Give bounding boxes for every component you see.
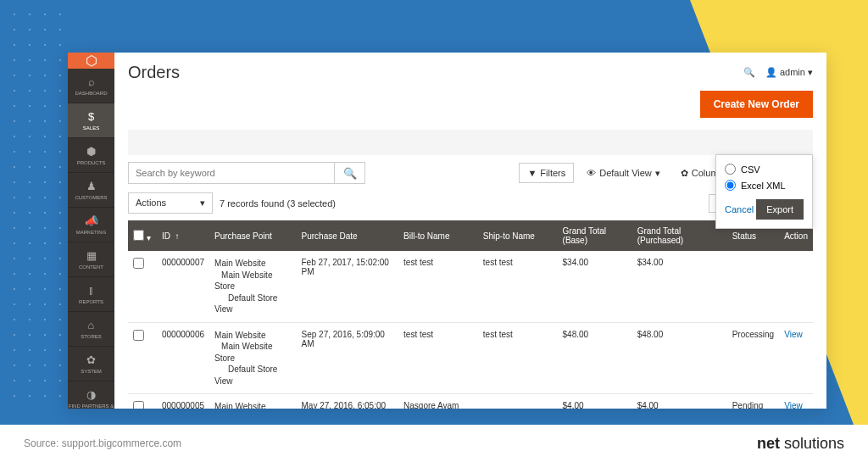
search-button[interactable]: 🔍 bbox=[334, 163, 364, 183]
search-icon[interactable]: 🔍 bbox=[743, 67, 755, 78]
cell-purchased: $4.00 bbox=[632, 394, 727, 409]
cell-ship: test test bbox=[478, 322, 558, 394]
user-menu[interactable]: 👤 admin ▾ bbox=[765, 67, 813, 78]
select-all-checkbox[interactable] bbox=[133, 230, 144, 241]
cell-bill: Nasgore Ayam bbox=[398, 394, 478, 409]
cell-base: $34.00 bbox=[558, 251, 632, 322]
default-view-button[interactable]: 👁Default View ▾ bbox=[579, 164, 668, 183]
nav-icon: 📣 bbox=[68, 214, 114, 227]
cell-purchase-point: Main WebsiteMain Website StoreDefault St… bbox=[209, 251, 296, 322]
sidebar: ⬡ ⌕DASHBOARD$SALES⬢PRODUCTS♟CUSTOMERS📣MA… bbox=[68, 53, 114, 409]
nav-icon: ▦ bbox=[68, 249, 114, 262]
sidebar-item-customers[interactable]: ♟CUSTOMERS bbox=[68, 173, 114, 208]
view-link[interactable]: View bbox=[784, 330, 803, 339]
table-row: 000000006Main WebsiteMain Website StoreD… bbox=[128, 322, 813, 394]
cell-base: $4.00 bbox=[558, 394, 632, 409]
nav-icon: ⌕ bbox=[68, 75, 114, 88]
footer: Source: support.bigcommerce.com net solu… bbox=[0, 425, 868, 462]
cell-action: View bbox=[779, 322, 813, 394]
source-label: Source: support.bigcommerce.com bbox=[24, 437, 181, 449]
cell-purchased: $34.00 bbox=[632, 251, 727, 322]
export-submit[interactable]: Export bbox=[756, 199, 804, 220]
create-order-button[interactable]: Create New Order bbox=[700, 91, 813, 118]
search-box: 🔍 bbox=[128, 162, 365, 184]
filters-button[interactable]: ▼Filters bbox=[519, 163, 574, 183]
export-xml-option[interactable]: Excel XML bbox=[725, 180, 804, 191]
cell-status: Processing bbox=[727, 322, 779, 394]
cell-date: Sep 27, 2016, 5:09:00 AM bbox=[297, 322, 399, 394]
nav-icon: $ bbox=[68, 110, 114, 123]
view-link[interactable]: View bbox=[784, 401, 803, 409]
orders-table: ▾ID ↑Purchase PointPurchase DateBill-to … bbox=[128, 220, 813, 409]
sidebar-item-system[interactable]: ✿SYSTEM bbox=[68, 347, 114, 381]
app-window: ⬡ ⌕DASHBOARD$SALES⬢PRODUCTS♟CUSTOMERS📣MA… bbox=[68, 53, 826, 409]
sidebar-item-find-partners-extensions[interactable]: ◑FIND PARTNERS & EXTENSIONS bbox=[68, 381, 114, 409]
col-header[interactable]: Bill-to Name bbox=[398, 220, 478, 251]
cell-base: $48.00 bbox=[558, 322, 632, 394]
col-header[interactable]: ▾ bbox=[128, 220, 157, 251]
cell-purchase-point: Main WebsiteMain Website StoreDefault St… bbox=[209, 394, 296, 409]
cell-date: Feb 27, 2017, 15:02:00 PM bbox=[297, 251, 399, 322]
gear-icon: ✿ bbox=[681, 168, 688, 179]
row-checkbox[interactable] bbox=[133, 330, 144, 341]
cell-purchase-point: Main WebsiteMain Website StoreDefault St… bbox=[209, 322, 296, 394]
nav-icon: ♟ bbox=[68, 180, 114, 192]
col-header[interactable]: Purchase Point bbox=[209, 220, 296, 251]
cell-status: Pending bbox=[727, 394, 779, 409]
message-banner bbox=[128, 130, 813, 155]
table-row: 000000005Main WebsiteMain Website StoreD… bbox=[128, 394, 813, 409]
col-header[interactable]: Ship-to Name bbox=[478, 220, 558, 251]
sidebar-item-stores[interactable]: ⌂STORES bbox=[68, 312, 114, 347]
cell-date: May 27, 2016, 6:05:00 AM bbox=[297, 394, 399, 409]
cell-action bbox=[779, 251, 813, 322]
nav-icon: ⌂ bbox=[68, 319, 114, 331]
sidebar-item-content[interactable]: ▦CONTENT bbox=[68, 242, 114, 277]
cell-bill: test test bbox=[398, 251, 478, 322]
sidebar-item-products[interactable]: ⬢PRODUCTS bbox=[68, 138, 114, 173]
bulk-actions-select[interactable]: Actions▾ bbox=[128, 192, 213, 214]
cell-bill: test test bbox=[398, 322, 478, 394]
nav-icon: ◑ bbox=[68, 388, 114, 401]
row-checkbox[interactable] bbox=[133, 258, 144, 269]
sidebar-item-dashboard[interactable]: ⌕DASHBOARD bbox=[68, 69, 114, 103]
cell-id: 000000007 bbox=[157, 251, 209, 322]
export-csv-option[interactable]: CSV bbox=[725, 164, 804, 175]
export-cancel[interactable]: Cancel bbox=[725, 204, 754, 214]
nav-icon: ✿ bbox=[68, 353, 114, 366]
sidebar-item-sales[interactable]: $SALES bbox=[68, 103, 114, 138]
cell-ship bbox=[478, 394, 558, 409]
col-header[interactable]: Purchase Date bbox=[297, 220, 399, 251]
sidebar-item-marketing[interactable]: 📣MARKETING bbox=[68, 208, 114, 242]
nav-icon: ⬢ bbox=[68, 145, 114, 158]
cell-id: 000000005 bbox=[157, 394, 209, 409]
magento-logo[interactable]: ⬡ bbox=[68, 53, 114, 69]
funnel-icon: ▼ bbox=[527, 168, 537, 178]
cell-ship: test test bbox=[478, 251, 558, 322]
nav-icon: ⫿ bbox=[68, 284, 114, 297]
col-header[interactable]: ID ↑ bbox=[157, 220, 209, 251]
row-checkbox[interactable] bbox=[133, 401, 144, 409]
cell-action: View bbox=[779, 394, 813, 409]
cell-id: 000000006 bbox=[157, 322, 209, 394]
sidebar-item-reports[interactable]: ⫿REPORTS bbox=[68, 277, 114, 312]
col-header[interactable]: Grand Total (Base) bbox=[558, 220, 632, 251]
cell-purchased: $48.00 bbox=[632, 322, 727, 394]
records-found: 7 records found (3 selected) bbox=[220, 198, 336, 209]
brand-logo: net solutions bbox=[757, 435, 844, 453]
eye-icon: 👁 bbox=[587, 168, 596, 178]
table-row: 000000007Main WebsiteMain Website StoreD… bbox=[128, 251, 813, 322]
cell-status bbox=[727, 251, 779, 322]
col-header[interactable]: Grand Total (Purchased) bbox=[632, 220, 727, 251]
export-dropdown-panel: CSV Excel XML Cancel Export bbox=[715, 154, 813, 229]
page-title: Orders bbox=[128, 63, 180, 82]
main-content: Orders 🔍 👤 admin ▾ Create New Order 🔍 ▼F… bbox=[114, 53, 826, 409]
search-input[interactable] bbox=[129, 163, 334, 183]
